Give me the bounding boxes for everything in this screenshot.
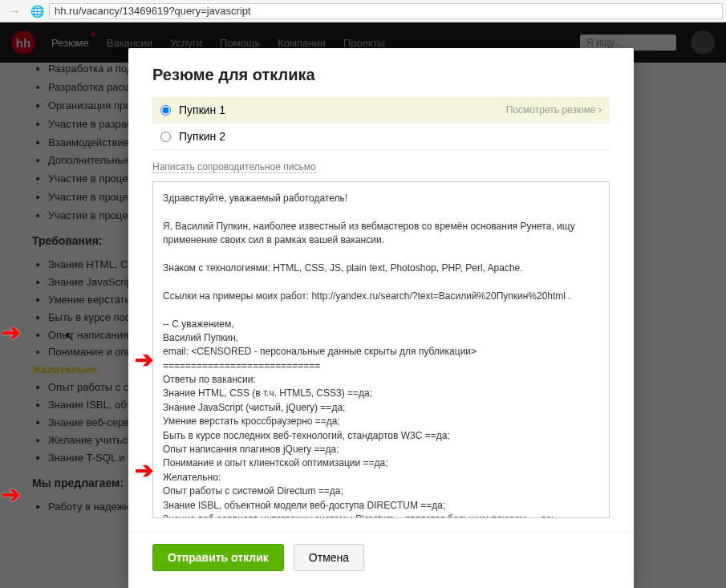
cover-letter-toggle[interactable]: Написать сопроводительное письмо: [152, 161, 316, 173]
globe-icon: 🌐: [29, 5, 46, 18]
resume-radio[interactable]: [160, 105, 171, 116]
view-resume-link[interactable]: Посмотреть резюме: [506, 104, 602, 116]
url-input[interactable]: hh.ru/vacancy/13469619?query=javascript: [49, 3, 723, 19]
resume-option[interactable]: Пупкин 2: [152, 124, 610, 150]
resume-radio[interactable]: [160, 132, 171, 142]
modal-footer: Отправить отклик Отмена: [128, 532, 634, 571]
resume-name: Пупкин 2: [179, 130, 225, 143]
apply-modal: Резюме для отклика Пупкин 1Посмотреть ре…: [128, 48, 634, 588]
resume-name: Пупкин 1: [179, 103, 225, 116]
back-arrow-icon[interactable]: →: [3, 4, 26, 18]
cover-letter-textarea[interactable]: [152, 181, 610, 518]
browser-toolbar: → 🌐 hh.ru/vacancy/13469619?query=javascr…: [0, 0, 726, 22]
cancel-button[interactable]: Отмена: [294, 544, 364, 571]
modal-title: Резюме для отклика: [152, 66, 610, 84]
resume-option[interactable]: Пупкин 1Посмотреть резюме: [152, 97, 610, 124]
submit-button[interactable]: Отправить отклик: [152, 544, 284, 571]
